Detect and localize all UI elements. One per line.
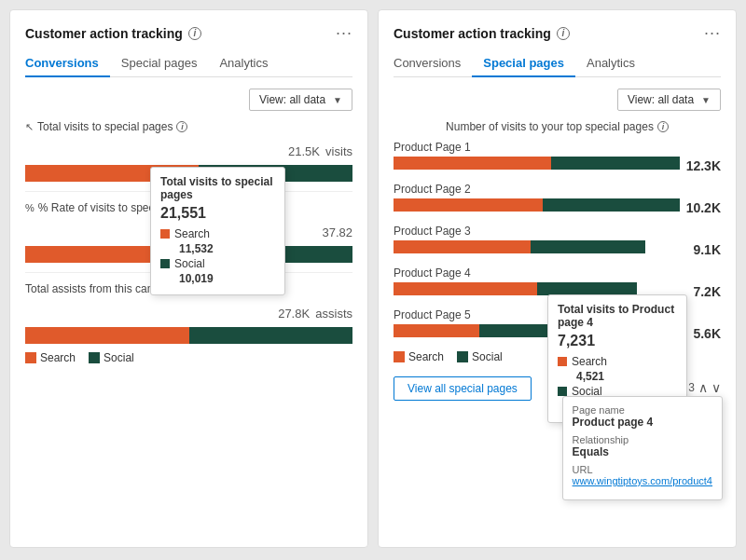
product-1-bars [394,157,680,175]
right-section-label: Number of visits to your top special pag… [394,120,721,133]
page-next-icon[interactable]: ∨ [711,380,721,395]
tooltip1-search-label: Search [174,227,210,240]
tab-conversions-right[interactable]: Conversions [394,50,472,77]
info-panel-relationship-value: Equals [573,445,712,458]
info-panel-url: URL www.wingtiptoys.com/product4 [573,464,712,486]
right-dropdown-button[interactable]: View: all data ▼ [617,89,721,111]
product-5-value: 5.6K [685,326,721,341]
left-info-icon[interactable]: i [188,27,201,40]
product-2-value: 10.2K [685,200,721,215]
left-legend-social-label: Social [104,351,134,364]
product-1-label: Product Page 1 [394,141,721,154]
product-3-bar-social [531,240,645,253]
product-1-bar-wrap: 12.3K [394,157,721,175]
tab-special-pages-left[interactable]: Special pages [110,50,209,77]
right-tooltip-search-value: 4,521 [576,370,604,383]
right-card-title: Customer action tracking i [394,26,570,41]
info-panel-url-value[interactable]: www.wingtiptoys.com/product4 [573,475,712,486]
product-row-2: Product Page 2 10.2K [394,183,721,217]
tab-conversions-left[interactable]: Conversions [25,50,110,77]
left-section1-value: 21.5K visits [25,137,352,161]
right-card: Customer action tracking i ··· Conversio… [378,9,737,548]
right-dropdown-arrow-icon: ▼ [701,95,711,105]
right-legend-social: Social [457,350,503,363]
tooltip1-title: Total visits to special pages [160,175,275,201]
right-tooltip-total: 7,231 [558,333,677,349]
tooltip1-social-val-row: 10,019 [160,272,275,285]
left-legend-search: Search [25,351,76,364]
right-section-info-icon[interactable]: i [657,121,669,132]
right-tooltip-title: Total visits to Product page 4 [558,303,677,329]
left-tabs: Conversions Special pages Analytics [25,50,352,77]
product-4-value: 7.2K [685,284,721,299]
product-2-label: Product Page 2 [394,183,721,196]
tooltip1-social-dot [160,259,170,268]
info-panel-page-name: Page name Product page 4 [573,404,712,429]
product-5-bar-search [394,324,479,337]
product-1-bar-social [551,157,680,170]
cursor-icon: ↖ [25,121,34,133]
right-info-icon[interactable]: i [557,27,570,40]
product-2-bars [394,198,680,217]
percent-icon: % [25,202,35,213]
tooltip1-total: 21,551 [160,205,275,222]
left-legend-social: Social [89,351,134,364]
left-card: Customer action tracking i ··· Conversio… [9,9,368,548]
left-dropdown-arrow-icon: ▼ [333,95,342,105]
tab-analytics-left[interactable]: Analytics [208,50,279,77]
right-title-text: Customer action tracking [394,26,551,41]
view-all-button[interactable]: View all special pages [394,376,532,401]
info-panel-relationship: Relationship Equals [573,434,712,458]
info-panel: Page name Product page 4 Relationship Eq… [562,396,723,500]
left-card-header: Customer action tracking i ··· [25,23,352,43]
product-row-3: Product Page 3 9.1K [394,225,721,259]
product-3-value: 9.1K [685,242,721,257]
product-2-bar-social [543,198,680,212]
info-panel-relationship-label: Relationship [573,434,712,445]
right-section-label-text: Number of visits to your top special pag… [446,120,654,133]
left-card-title: Customer action tracking i [25,26,201,41]
product-2-bar-wrap: 10.2K [394,198,721,217]
right-legend-social-label: Social [472,350,503,363]
product-2-bar-search [394,198,543,212]
left-legend-social-dot [89,352,100,363]
right-legend-search-dot [394,351,405,362]
product-row-1: Product Page 1 12.3K [394,141,721,175]
tab-analytics-right[interactable]: Analytics [575,50,646,77]
product-4-bar-social [537,282,637,295]
right-legend-search-label: Search [408,350,444,363]
product-2-bar [394,198,680,215]
right-card-header: Customer action tracking i ··· [394,23,721,43]
left-section1-suffix: visits [325,144,352,158]
product-3-bar-search [394,240,531,253]
product-1-bar-search [394,157,551,170]
product-3-bars [394,240,680,259]
left-section3-suffix: assists [315,307,352,321]
left-dropdown-button[interactable]: View: all data ▼ [249,89,352,111]
page-prev-icon[interactable]: ∧ [698,380,708,395]
product-3-bar [394,240,680,257]
tooltip1-social-value: 10,019 [179,272,214,285]
product-4-bar-search [394,282,537,295]
right-tooltip-search-row: Search [558,355,677,368]
left-legend-search-dot [25,352,36,363]
tooltip1-search-val-row: 11,532 [160,242,275,255]
product-1-value: 12.3K [685,158,721,173]
right-tooltip-search-dot [558,357,567,366]
right-view-dropdown: View: all data ▼ [394,89,721,111]
left-legend: Search Social [25,351,352,364]
info-panel-page-name-label: Page name [573,404,712,416]
info-panel-page-name-value: Product page 4 [573,416,712,429]
left-section1-label-text: Total visits to special pages [37,120,173,133]
tab-special-pages-right[interactable]: Special pages [472,50,575,77]
right-dots-menu[interactable]: ··· [704,23,721,43]
tooltip1-search-value: 11,532 [179,242,214,255]
product-3-label: Product Page 3 [394,225,721,238]
section1-info-icon[interactable]: i [176,121,187,132]
tooltip1-social-row: Social [160,257,275,270]
product-3-bar-wrap: 9.1K [394,240,721,259]
right-legend-search: Search [394,350,444,363]
left-section3-bar-search [25,327,189,344]
right-tooltip-search-val-row: 4,521 [558,370,677,383]
left-dots-menu[interactable]: ··· [336,23,352,43]
